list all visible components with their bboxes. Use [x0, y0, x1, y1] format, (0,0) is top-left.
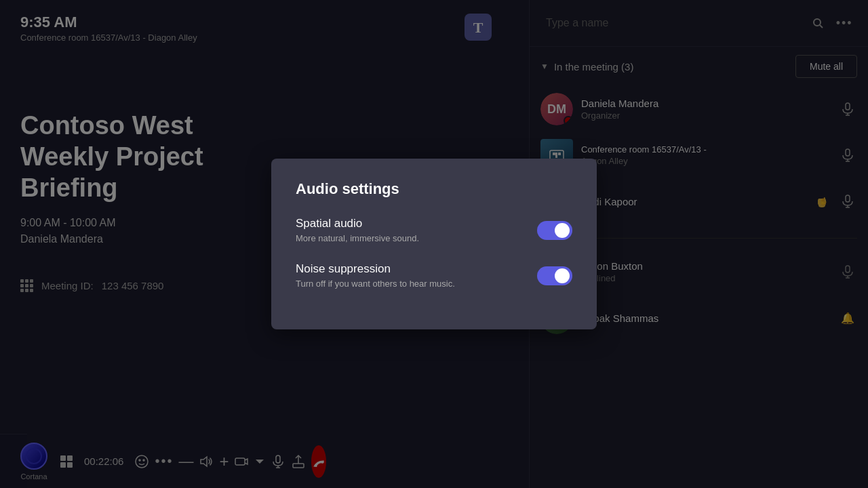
noise-suppression-name: Noise suppression — [296, 262, 537, 276]
spatial-audio-info: Spatial audio More natural, immersive so… — [296, 217, 537, 243]
spatial-audio-name: Spatial audio — [296, 217, 537, 230]
audio-settings-title: Audio settings — [296, 180, 572, 198]
toggle-track — [537, 221, 572, 240]
noise-suppression-desc: Turn off if you want others to hear musi… — [296, 279, 537, 289]
noise-suppression-info: Noise suppression Turn off if you want o… — [296, 262, 537, 289]
toggle-track — [537, 266, 572, 285]
toggle-thumb — [555, 223, 570, 238]
noise-suppression-toggle[interactable] — [537, 266, 572, 285]
modal-overlay[interactable]: Audio settings Spatial audio More natura… — [0, 0, 868, 488]
toggle-thumb — [555, 268, 570, 283]
spatial-audio-desc: More natural, immersive sound. — [296, 233, 537, 243]
spatial-audio-toggle[interactable] — [537, 221, 572, 240]
noise-suppression-row: Noise suppression Turn off if you want o… — [296, 262, 572, 289]
audio-settings-modal: Audio settings Spatial audio More natura… — [271, 159, 597, 329]
spatial-audio-row: Spatial audio More natural, immersive so… — [296, 217, 572, 243]
app-container: 9:35 AM Conference room 16537/Av/13 - Di… — [0, 0, 868, 488]
